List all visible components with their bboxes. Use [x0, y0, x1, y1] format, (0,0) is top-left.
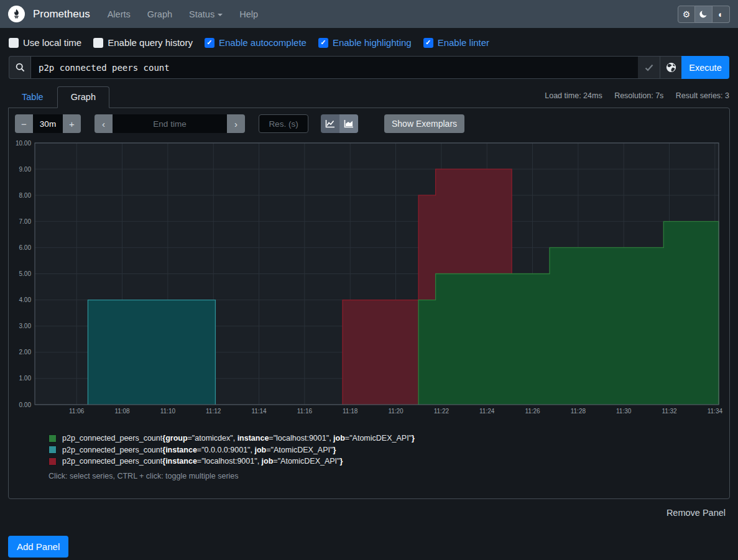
x-axis-label: 11:22	[434, 408, 450, 415]
resolution-input[interactable]	[259, 114, 308, 133]
chevron-down-icon	[218, 14, 223, 16]
y-axis-label: 2.00	[19, 349, 32, 356]
app-title[interactable]: Prometheus	[33, 8, 90, 21]
y-axis-label: 0.00	[19, 402, 32, 408]
check-icon: ✓	[206, 39, 212, 46]
torch-icon	[11, 9, 22, 19]
range-input[interactable]	[33, 114, 63, 133]
remove-row: Remove Panel	[0, 507, 726, 518]
check-icon: ✓	[320, 39, 326, 46]
end-time-input[interactable]	[113, 114, 227, 133]
x-axis-label: 11:20	[388, 408, 404, 415]
query-input[interactable]	[30, 56, 638, 79]
load-time: Load time: 24ms	[545, 91, 602, 100]
nav-item-status[interactable]: Status	[189, 9, 223, 19]
x-axis-label: 11:08	[114, 408, 130, 415]
checkbox-enable-autocomplete[interactable]: ✓	[205, 38, 214, 48]
series-area	[88, 300, 215, 405]
x-axis-label: 11:14	[251, 408, 267, 415]
option-label: Enable highlighting	[333, 37, 412, 48]
previous-time-button[interactable]: ‹	[95, 114, 113, 133]
tab-table[interactable]: Table	[8, 86, 57, 108]
query-valid-addon	[638, 56, 660, 79]
range-control: − +	[15, 114, 81, 133]
legend-item[interactable]: p2p_connected_peers_count{instance="0.0.…	[48, 444, 729, 456]
execute-button[interactable]: Execute	[681, 56, 729, 79]
option-use-local-time[interactable]: Use local time	[9, 37, 81, 48]
graph-chart[interactable]: 0.001.002.003.004.005.006.007.008.009.00…	[9, 139, 729, 417]
legend-swatch	[48, 434, 57, 443]
legend-item[interactable]: p2p_connected_peers_count{group="atomicd…	[48, 433, 729, 444]
checkbox-use-local-time[interactable]	[9, 38, 19, 48]
x-axis-label: 11:32	[662, 408, 677, 415]
stacked-chart-button[interactable]	[339, 114, 358, 133]
legend-series-name: p2p_connected_peers_count{instance="0.0.…	[62, 446, 336, 454]
x-axis-label: 11:28	[571, 408, 586, 415]
nav-item-label: Alerts	[108, 9, 131, 19]
auto-theme-button[interactable]: ◐	[713, 6, 730, 23]
legend-item[interactable]: p2p_connected_peers_count{instance="loca…	[48, 456, 729, 467]
show-exemplars-button[interactable]: Show Exemplars	[384, 114, 464, 133]
legend-swatch	[48, 446, 57, 454]
remove-panel-link[interactable]: Remove Panel	[667, 508, 726, 518]
checkbox-enable-linter[interactable]: ✓	[423, 38, 433, 48]
nav-item-alerts[interactable]: Alerts	[108, 9, 131, 19]
graph-panel: − + ‹ › Show Exemplars	[8, 108, 730, 499]
checkmark-icon	[645, 64, 653, 71]
x-axis-label: 11:06	[69, 408, 85, 415]
query-stats: Load time: 24ms Resolution: 7s Result se…	[535, 91, 729, 100]
increase-range-button[interactable]: +	[63, 114, 81, 133]
y-axis-label: 6.00	[19, 244, 32, 251]
option-enable-linter[interactable]: ✓Enable linter	[423, 37, 489, 48]
unstacked-chart-button[interactable]	[321, 114, 339, 133]
metrics-explorer-button[interactable]	[660, 56, 681, 79]
option-label: Enable query history	[108, 37, 193, 48]
stacking-toggle	[321, 114, 358, 133]
graph-controls: − + ‹ › Show Exemplars	[15, 114, 729, 133]
option-label: Use local time	[23, 37, 81, 48]
settings-gear-button[interactable]: ⚙	[678, 6, 695, 23]
next-time-button[interactable]: ›	[227, 114, 245, 133]
option-enable-query-history[interactable]: Enable query history	[93, 37, 193, 48]
x-axis-label: 11:16	[297, 408, 313, 415]
x-axis-label: 11:26	[525, 408, 540, 415]
option-enable-autocomplete[interactable]: ✓Enable autocomplete	[205, 37, 307, 48]
x-axis-label: 11:34	[708, 408, 723, 415]
legend-swatch	[48, 457, 57, 466]
dark-theme-button[interactable]	[695, 6, 713, 23]
chart-wrap: 0.001.002.003.004.005.006.007.008.009.00…	[9, 139, 729, 420]
option-label: Enable autocomplete	[219, 37, 307, 48]
x-axis-label: 11:12	[206, 408, 221, 415]
check-icon: ✓	[425, 39, 431, 46]
result-series: Result series: 3	[676, 91, 729, 100]
y-axis-label: 8.00	[19, 192, 32, 199]
top-navbar: Prometheus AlertsGraphStatusHelp ⚙ ◐	[0, 0, 738, 28]
theme-button-group: ⚙ ◐	[678, 6, 730, 23]
x-axis-label: 11:24	[479, 408, 495, 415]
add-panel-button[interactable]: Add Panel	[8, 536, 68, 558]
globe-icon	[666, 62, 676, 73]
nav-item-label: Graph	[147, 9, 172, 19]
x-axis-label: 11:18	[343, 408, 358, 415]
decrease-range-button[interactable]: −	[15, 114, 33, 133]
tabs-zone: Load time: 24ms Resolution: 7s Result se…	[0, 86, 738, 108]
option-label: Enable linter	[438, 37, 489, 48]
moon-icon	[699, 9, 708, 19]
stacked-chart-icon	[344, 119, 354, 128]
nav-item-help[interactable]: Help	[239, 9, 258, 19]
gear-icon: ⚙	[683, 9, 691, 19]
checkbox-enable-highlighting[interactable]: ✓	[318, 38, 328, 48]
y-axis-label: 1.00	[19, 375, 32, 382]
checkbox-enable-query-history[interactable]	[93, 38, 103, 48]
prometheus-logo-icon[interactable]	[8, 6, 25, 22]
tab-graph[interactable]: Graph	[57, 86, 109, 108]
nav-links: AlertsGraphStatusHelp	[108, 9, 258, 19]
y-axis-label: 9.00	[19, 166, 32, 173]
y-axis-label: 4.00	[19, 296, 32, 303]
nav-item-graph[interactable]: Graph	[147, 9, 172, 19]
options-row: Use local timeEnable query history✓Enabl…	[9, 37, 729, 48]
x-axis-label: 11:10	[160, 408, 176, 415]
legend-hint: Click: select series, CTRL + click: togg…	[48, 472, 729, 480]
y-axis-label: 3.00	[19, 323, 32, 329]
option-enable-highlighting[interactable]: ✓Enable highlighting	[318, 37, 412, 48]
